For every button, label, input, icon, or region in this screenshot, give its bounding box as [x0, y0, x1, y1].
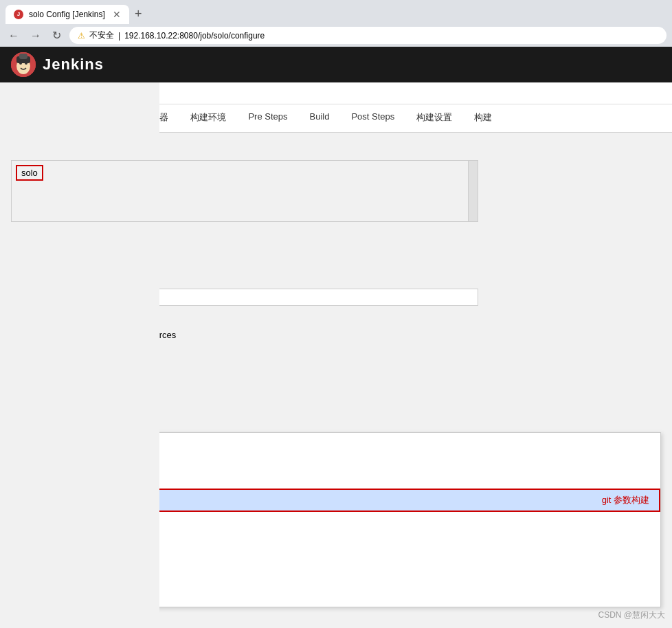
- refresh-button[interactable]: ↻: [49, 27, 64, 43]
- tab-pre-steps[interactable]: Pre Steps: [237, 104, 298, 132]
- jenkins-icon: [11, 52, 36, 77]
- security-label: 不安全: [89, 30, 114, 41]
- jenkins-header: Jenkins: [0, 47, 672, 82]
- description-input-wrapper: solo: [16, 165, 43, 181]
- tab-more[interactable]: 构建: [463, 104, 503, 132]
- back-button[interactable]: ←: [5, 28, 22, 43]
- tab-settings[interactable]: 构建设置: [405, 104, 463, 132]
- tab-title: solo Config [Jenkins]: [29, 10, 105, 19]
- separator: |: [118, 31, 120, 41]
- browser-tab[interactable]: J solo Config [Jenkins] ✕: [5, 5, 129, 24]
- forward-button[interactable]: →: [27, 28, 44, 43]
- security-icon: ⚠: [78, 31, 85, 41]
- tab-favicon: J: [14, 10, 23, 19]
- jenkins-title: Jenkins: [43, 56, 104, 74]
- description-value: solo: [21, 168, 38, 178]
- new-tab-button[interactable]: +: [129, 4, 148, 24]
- tab-close-button[interactable]: ✕: [113, 9, 121, 20]
- scrollbar[interactable]: [468, 161, 478, 221]
- tab-env[interactable]: 构建环境: [179, 104, 237, 132]
- address-bar: ← → ↻ ⚠ 不安全 | 192.168.10.22:8080/job/sol…: [0, 24, 672, 47]
- csdn-watermark: CSDN @慧闲大大: [598, 609, 665, 621]
- url-bar[interactable]: ⚠ 不安全 | 192.168.10.22:8080/job/solo/conf…: [69, 27, 667, 44]
- tab-build[interactable]: Build: [299, 104, 341, 132]
- git-param-annotation: git 参数构建: [602, 494, 649, 506]
- description-area: solo: [11, 160, 478, 222]
- jenkins-logo: Jenkins: [11, 52, 104, 77]
- tab-post-steps[interactable]: Post Steps: [340, 104, 405, 132]
- url-text: 192.168.10.22:8080/job/solo/configure: [124, 31, 265, 41]
- svg-rect-5: [19, 54, 27, 59]
